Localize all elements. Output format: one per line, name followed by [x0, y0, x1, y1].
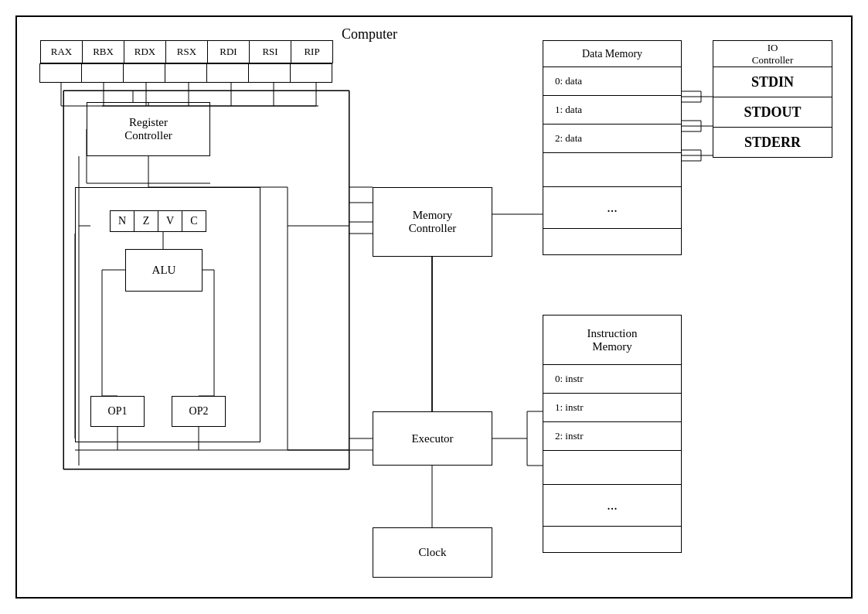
register-rbx: RBX [82, 40, 124, 63]
flag-n: N [110, 210, 134, 232]
register-rsi: RSI [249, 40, 291, 63]
instr-mem-ellipsis: ... [543, 484, 682, 527]
data-mem-row-1: 1: data [543, 95, 682, 125]
register-rdi: RDI [207, 40, 250, 63]
io-stdout: STDOUT [713, 97, 832, 128]
io-stderr: STDERR [713, 127, 832, 158]
diagram-container: Computer RAX RBX RDX RSX RDI RSI RIP Reg… [15, 15, 853, 599]
io-rows: STDIN STDOUT STDERR [713, 67, 832, 158]
op2-box: OP2 [172, 396, 226, 427]
alu-box: ALU [125, 249, 203, 292]
flag-c: C [182, 210, 206, 232]
register-rdx: RDX [124, 40, 166, 63]
io-stdin: STDIN [713, 67, 832, 97]
instr-mem-row-2: 2: instr [543, 421, 682, 451]
io-controller-header: IOController [713, 40, 832, 67]
registers-row: RAX RBX RDX RSX RDI RSI RIP [40, 40, 333, 63]
registers-body-row [40, 63, 332, 83]
instr-mem-row-1: 1: instr [543, 393, 682, 422]
flags-row: N Z V C [110, 210, 206, 232]
reg-body-4 [206, 63, 249, 83]
computer-label: Computer [342, 26, 397, 43]
reg-body-1 [81, 63, 124, 83]
flag-v: V [158, 210, 182, 232]
data-mem-row-empty [543, 152, 682, 187]
instr-mem-row-bottom [543, 526, 682, 553]
reg-body-0 [39, 63, 82, 83]
reg-body-3 [165, 63, 207, 83]
executor-box: Executor [373, 411, 492, 466]
data-memory-rows: 0: data 1: data 2: data ... [543, 67, 682, 255]
data-memory-header: Data Memory [543, 40, 682, 67]
register-rsx: RSX [165, 40, 208, 63]
data-mem-row-0: 0: data [543, 67, 682, 96]
reg-body-2 [123, 63, 165, 83]
op1-box: OP1 [90, 396, 145, 427]
data-mem-row-2: 2: data [543, 124, 682, 153]
memory-controller: MemoryController [373, 187, 492, 257]
data-mem-row-bottom [543, 228, 682, 255]
register-rax: RAX [40, 40, 83, 63]
clock-box: Clock [373, 527, 492, 578]
data-mem-ellipsis: ... [543, 186, 682, 229]
reg-body-6 [290, 63, 332, 83]
instr-memory-header: InstructionMemory [543, 315, 682, 365]
flag-z: Z [134, 210, 158, 232]
instr-memory-rows: 0: instr 1: instr 2: instr ... [543, 365, 682, 553]
register-rip: RIP [291, 40, 333, 63]
reg-body-5 [248, 63, 291, 83]
register-controller: RegisterController [87, 102, 210, 156]
instr-mem-row-0: 0: instr [543, 364, 682, 394]
instr-mem-row-empty [543, 450, 682, 485]
